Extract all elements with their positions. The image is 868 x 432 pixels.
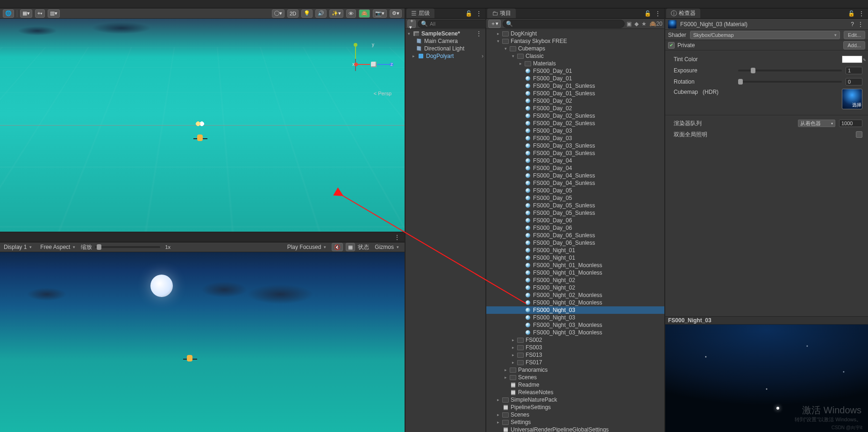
project-row[interactable]: UniversalRenderPipelineGlobalSettings (486, 426, 664, 432)
project-row[interactable]: ▸Settings (486, 418, 664, 426)
cubemap-field[interactable]: 选择 (842, 89, 862, 109)
project-row[interactable]: FS000_Day_06_Sunless (486, 239, 664, 247)
project-row[interactable]: FS000_Night_02 (486, 276, 664, 284)
project-row[interactable]: FS000_Day_03 (486, 135, 664, 142)
search-input[interactable] (430, 21, 494, 27)
lock-icon[interactable]: 🔓 (465, 10, 472, 17)
panel-menu-icon[interactable]: ⋮ (653, 10, 662, 17)
hidden-count[interactable]: 🙈20 (649, 21, 662, 27)
draw-mode-button[interactable]: ▾ (272, 9, 285, 18)
render-queue-dropdown[interactable]: 从着色器 (798, 120, 835, 127)
project-row[interactable]: FS000_Night_03_Moonless (486, 321, 664, 329)
project-row[interactable]: Readme (486, 381, 664, 389)
hierarchy-item[interactable]: ▸DogPolyart› (406, 52, 485, 60)
project-row[interactable]: PipelineSettings (486, 404, 664, 411)
project-row[interactable]: FS000_Night_02_Moonless (486, 291, 664, 299)
project-row[interactable]: FS000_Night_01_Moonless (486, 262, 664, 269)
project-row[interactable]: FS000_Day_04 (486, 157, 664, 164)
project-row[interactable]: FS000_Day_03 (486, 127, 664, 135)
project-row[interactable]: FS000_Day_04_Sunless (486, 179, 664, 187)
globe-icon[interactable]: 🌐 (3, 9, 14, 18)
project-row[interactable]: FS000_Day_03_Sunless (486, 149, 664, 157)
project-row[interactable]: FS000_Day_05_Sunless (486, 209, 664, 217)
mute-toggle[interactable]: 🔇 (332, 243, 343, 251)
project-row[interactable]: ▸FS003 (486, 344, 664, 351)
rotation-slider[interactable] (738, 81, 842, 83)
project-row[interactable]: FS000_Day_04 (486, 164, 664, 172)
add-button[interactable]: Add... (843, 41, 865, 50)
project-row[interactable]: FS000_Day_02_Sunless (486, 120, 664, 127)
project-row[interactable]: FS000_Night_03 (486, 306, 664, 314)
project-row[interactable]: ▸FS002 (486, 336, 664, 344)
double-gi-checkbox[interactable] (856, 131, 862, 138)
project-row[interactable]: ▸SimpleNaturePack (486, 396, 664, 404)
project-row[interactable]: ▸FS013 (486, 351, 664, 359)
project-search[interactable]: 🔍 (503, 20, 625, 28)
2d-toggle[interactable]: 2D (287, 9, 299, 18)
panel-menu-icon[interactable]: ⋮ (857, 10, 866, 17)
favorite-icon[interactable]: ★ (641, 21, 647, 27)
project-row[interactable]: ▸DogKnight (486, 30, 664, 37)
hidden-toggle[interactable]: 🙈 (359, 9, 370, 18)
tab-project[interactable]: 🗀项目 (487, 8, 516, 18)
tab-inspector[interactable]: ⓘ检查器 (666, 8, 700, 18)
exposure-value[interactable] (846, 67, 862, 74)
fx-toggle[interactable]: ✨▾ (329, 9, 343, 18)
project-row[interactable]: ▸FS017 (486, 359, 664, 366)
project-row[interactable]: FS000_Day_01_Sunless (486, 90, 664, 97)
project-row[interactable]: FS000_Night_01 (486, 247, 664, 254)
shader-dropdown[interactable]: Skybox/Cubemap (690, 31, 840, 39)
scale-slider[interactable] (95, 246, 160, 248)
project-row[interactable]: ▾Cubemaps (486, 45, 664, 52)
project-row[interactable]: ReleaseNotes (486, 389, 664, 396)
play-mode-dropdown[interactable]: Play Focused (285, 243, 329, 251)
render-queue-value[interactable] (839, 120, 862, 127)
game-menu-icon[interactable]: ⋮ (392, 234, 402, 241)
stats-label[interactable]: 状态 (358, 243, 369, 251)
game-view[interactable] (0, 252, 405, 432)
orientation-gizmo[interactable]: x y z (355, 46, 392, 83)
project-row[interactable]: FS000_Night_02 (486, 284, 664, 291)
project-row[interactable]: ▸Scenes (486, 411, 664, 418)
aspect-dropdown[interactable]: Free Aspect (37, 243, 78, 251)
gizmos-button[interactable]: ⚙▾ (390, 9, 402, 18)
create-asset-button[interactable]: ＋▾ (488, 20, 501, 28)
project-row[interactable]: FS000_Day_01_Sunless (486, 82, 664, 90)
lock-icon[interactable]: 🔓 (644, 10, 651, 17)
preview-header[interactable]: FS000_Night_03 (665, 316, 868, 325)
material-thumbnail[interactable] (668, 20, 676, 28)
project-row[interactable]: FS000_Day_04_Sunless (486, 172, 664, 179)
project-row[interactable]: FS000_Day_06 (486, 217, 664, 224)
audio-toggle[interactable]: 🔊 (315, 9, 327, 18)
project-row[interactable]: FS000_Night_01 (486, 254, 664, 262)
filter-label-icon[interactable]: ◆ (634, 21, 639, 27)
display-dropdown[interactable]: Display 1 (1, 243, 35, 251)
project-row[interactable]: FS000_Day_02 (486, 105, 664, 112)
project-row[interactable]: ▸Panoramics (486, 366, 664, 374)
project-row[interactable]: FS000_Night_02_Moonless (486, 299, 664, 306)
hierarchy-search[interactable]: 🔍 (418, 20, 498, 28)
projection-label[interactable]: < Persp (374, 91, 391, 96)
panel-menu-icon[interactable]: ⋮ (474, 10, 484, 17)
project-row[interactable]: FS000_Day_01 (486, 67, 664, 75)
grid-snap-button[interactable]: ▥▾ (48, 9, 60, 18)
project-row[interactable]: ▾Classic (486, 52, 664, 60)
project-row[interactable]: FS000_Day_02_Sunless (486, 112, 664, 120)
handle-mode-button[interactable]: ⌖▾ (35, 9, 45, 18)
tint-color-field[interactable]: ✎ (842, 56, 862, 63)
project-row[interactable]: FS000_Day_01 (486, 75, 664, 82)
eyedropper-icon[interactable]: ✎ (862, 56, 867, 64)
edit-button[interactable]: Edit... (844, 31, 865, 39)
material-preview[interactable] (665, 325, 868, 432)
prefab-open-icon[interactable]: › (482, 53, 484, 59)
exposure-slider[interactable] (738, 70, 842, 71)
help-icon[interactable]: ? (851, 21, 854, 28)
scene-view[interactable]: x y z < Persp (0, 19, 405, 232)
private-checkbox[interactable] (668, 42, 675, 49)
hierarchy-item[interactable]: Directional Light (406, 45, 485, 52)
filter-type-icon[interactable]: ▣ (626, 21, 632, 27)
scene-light-gizmo[interactable] (195, 120, 205, 127)
project-row[interactable]: ▾Fantasy Skybox FREE (486, 37, 664, 45)
project-tree[interactable]: ▸DogKnight▾Fantasy Skybox FREE▾Cubemaps▾… (486, 29, 664, 432)
project-row[interactable]: FS000_Day_03_Sunless (486, 142, 664, 149)
